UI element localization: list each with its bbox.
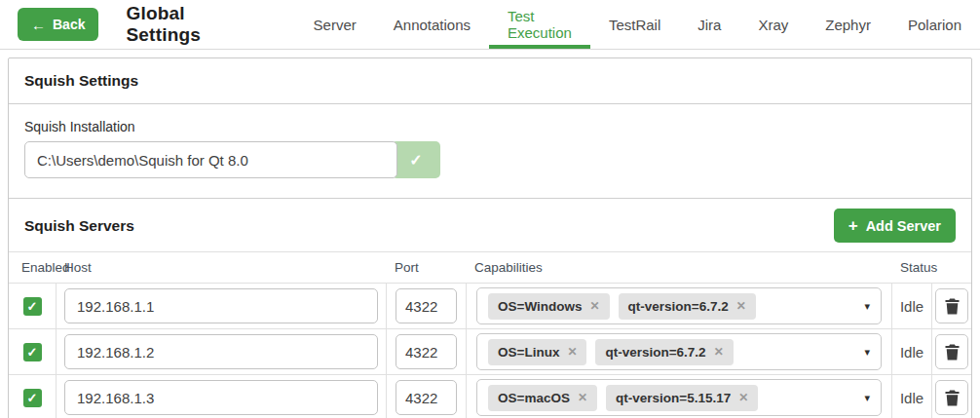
host-cell <box>57 284 387 328</box>
remove-tag-icon[interactable]: ✕ <box>590 299 600 313</box>
plus-icon: + <box>848 217 858 234</box>
capability-tag-label: qt-version=6.7.2 <box>628 299 729 314</box>
port-cell <box>387 284 467 328</box>
check-icon: ✓ <box>27 346 38 359</box>
enabled-cell: ✓ <box>9 375 57 418</box>
capabilities-cell: OS=Linux ✕ qt-version=6.7.2 ✕ ▾ <box>467 329 892 374</box>
host-cell <box>57 375 387 418</box>
status-cell: Idle <box>892 284 932 328</box>
remove-tag-icon[interactable]: ✕ <box>567 345 577 359</box>
status-text: Idle <box>900 390 923 406</box>
capabilities-cell: OS=macOS ✕ qt-version=5.15.17 ✕ ▾ <box>467 375 892 418</box>
capability-tag: qt-version=5.15.17 ✕ <box>606 385 758 411</box>
chevron-down-icon[interactable]: ▾ <box>864 392 870 404</box>
capability-tag: OS=macOS ✕ <box>488 385 597 411</box>
table-row: ✓ OS=Windows ✕ qt-version=6.7.2 ✕ <box>9 284 971 329</box>
delete-server-button[interactable] <box>935 334 968 369</box>
status-text: Idle <box>900 298 923 315</box>
capabilities-select[interactable]: OS=macOS ✕ qt-version=5.15.17 ✕ ▾ <box>476 379 882 416</box>
host-input[interactable] <box>64 288 378 323</box>
squish-settings-title: Squish Settings <box>24 72 138 89</box>
delete-server-button[interactable] <box>935 288 968 323</box>
chevron-down-icon[interactable]: ▾ <box>864 346 870 359</box>
actions-cell <box>932 375 971 418</box>
tab-server[interactable]: Server <box>295 0 375 49</box>
tab-testrail[interactable]: TestRail <box>590 0 679 49</box>
column-header-enabled: Enabled <box>9 260 57 275</box>
installation-input-group: ✓ <box>24 141 956 178</box>
squish-servers-header: Squish Servers + Add Server <box>9 198 971 251</box>
squish-servers-title: Squish Servers <box>24 217 134 235</box>
remove-tag-icon[interactable]: ✕ <box>738 391 748 404</box>
tab-polarion[interactable]: Polarion <box>889 0 980 49</box>
capabilities-select[interactable]: OS=Linux ✕ qt-version=6.7.2 ✕ ▾ <box>476 333 882 370</box>
host-cell <box>57 329 387 374</box>
port-cell <box>387 375 467 418</box>
add-server-button[interactable]: + Add Server <box>834 209 956 243</box>
host-input[interactable] <box>64 334 378 369</box>
status-text: Idle <box>900 344 923 361</box>
enabled-checkbox[interactable]: ✓ <box>23 389 42 407</box>
port-input[interactable] <box>396 288 457 323</box>
capability-tag: OS=Windows ✕ <box>488 293 610 320</box>
back-button[interactable]: ← Back <box>18 8 98 41</box>
capability-tag-label: qt-version=6.7.2 <box>605 345 705 360</box>
port-input[interactable] <box>396 380 457 415</box>
capability-tag-label: OS=Windows <box>498 299 583 314</box>
actions-cell <box>932 329 971 374</box>
tab-test-execution[interactable]: Test Execution <box>489 0 590 49</box>
tab-jira[interactable]: Jira <box>679 0 739 49</box>
settings-panel: Squish Settings Squish Installation ✓ Sq… <box>8 57 972 418</box>
remove-tag-icon[interactable]: ✕ <box>736 299 746 313</box>
trash-icon <box>945 298 960 315</box>
column-header-port: Port <box>387 260 467 275</box>
port-input[interactable] <box>396 334 457 369</box>
status-cell: Idle <box>892 329 932 374</box>
tab-xray[interactable]: Xray <box>739 0 807 49</box>
column-header-capabilities: Capabilities <box>467 260 892 275</box>
confirm-installation-button[interactable]: ✓ <box>392 141 440 178</box>
port-cell <box>387 329 467 374</box>
delete-server-button[interactable] <box>935 380 968 415</box>
remove-tag-icon[interactable]: ✕ <box>714 345 724 359</box>
page-title: Global Settings <box>126 3 249 46</box>
tab-annotations[interactable]: Annotations <box>375 0 489 49</box>
table-row: ✓ OS=macOS ✕ qt-version=5.15.17 ✕ <box>9 375 971 418</box>
check-icon: ✓ <box>27 300 38 313</box>
host-input[interactable] <box>64 380 378 415</box>
remove-tag-icon[interactable]: ✕ <box>578 391 587 404</box>
check-icon: ✓ <box>27 392 38 404</box>
servers-table: Enabled Host Port Capabilities Status ✓ <box>9 251 971 418</box>
capability-tag-label: qt-version=5.15.17 <box>616 391 731 405</box>
top-header-bar: ← Back Global Settings Server Annotation… <box>0 0 980 50</box>
table-row: ✓ OS=Linux ✕ qt-version=6.7.2 ✕ <box>9 329 971 375</box>
installation-path-input[interactable] <box>24 141 397 178</box>
enabled-cell: ✓ <box>9 284 57 328</box>
capability-tag-label: OS=macOS <box>498 391 570 405</box>
capability-tag-label: OS=Linux <box>498 345 559 360</box>
add-server-label: Add Server <box>866 218 941 234</box>
enabled-checkbox[interactable]: ✓ <box>23 297 42 316</box>
table-header-row: Enabled Host Port Capabilities Status <box>9 251 971 284</box>
status-cell: Idle <box>892 375 932 418</box>
actions-cell <box>932 284 971 328</box>
column-header-host: Host <box>57 260 387 275</box>
back-button-label: Back <box>53 17 85 32</box>
capabilities-select[interactable]: OS=Windows ✕ qt-version=6.7.2 ✕ ▾ <box>476 287 882 324</box>
trash-icon <box>945 344 960 361</box>
squish-settings-header: Squish Settings <box>9 58 971 104</box>
back-arrow-icon: ← <box>31 18 46 32</box>
settings-tab-bar: Server Annotations Test Execution TestRa… <box>295 0 980 49</box>
enabled-cell: ✓ <box>9 329 57 374</box>
capability-tag: qt-version=6.7.2 ✕ <box>595 339 733 365</box>
squish-installation-section: Squish Installation ✓ <box>9 104 971 198</box>
tab-zephyr[interactable]: Zephyr <box>807 0 889 49</box>
squish-installation-label: Squish Installation <box>24 119 956 134</box>
chevron-down-icon[interactable]: ▾ <box>864 300 870 313</box>
check-icon: ✓ <box>409 151 422 170</box>
trash-icon <box>945 390 960 406</box>
column-header-status: Status <box>892 260 932 275</box>
capability-tag: qt-version=6.7.2 ✕ <box>619 293 756 320</box>
enabled-checkbox[interactable]: ✓ <box>23 343 42 361</box>
capability-tag: OS=Linux ✕ <box>488 339 586 365</box>
